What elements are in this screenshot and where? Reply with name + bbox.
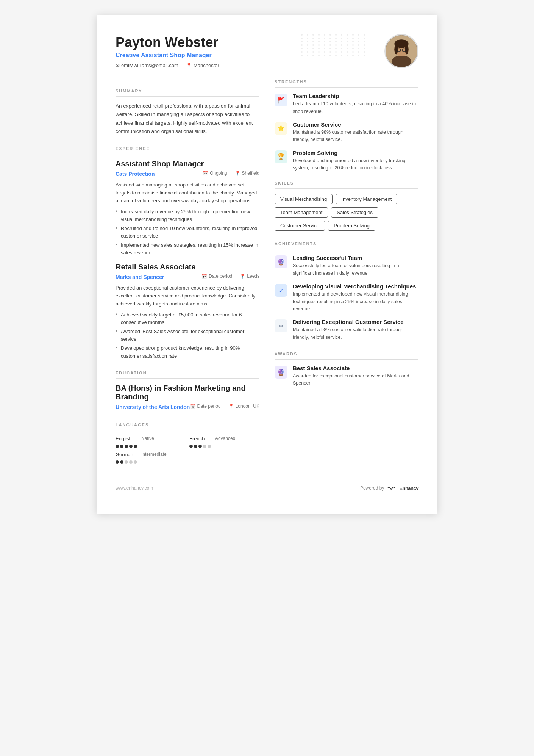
strength-desc: Led a team of 10 volunteers, resulting i… <box>293 100 418 115</box>
language-item: German Intermediate <box>116 452 186 464</box>
strength-desc: Developed and implemented a new inventor… <box>293 157 418 172</box>
strength-title: Problem Solving <box>293 150 418 156</box>
strength-item: ⭐ Customer Service Maintained a 98% cust… <box>275 121 418 144</box>
achievement-item: 🔮 Leading Successful Team Successfully l… <box>275 255 418 277</box>
skill-tag: Team Management <box>275 207 328 218</box>
brand-icon <box>386 485 397 491</box>
calendar-icon: 📅 <box>203 171 208 176</box>
footer-brand: Powered by Enhancv <box>360 485 418 491</box>
location-contact: 📍 Manchester <box>186 63 219 68</box>
lang-dot <box>116 460 119 464</box>
awards-label: AWARDS <box>275 352 418 356</box>
lang-dot <box>134 460 137 464</box>
skill-tag: Inventory Management <box>336 194 397 204</box>
strengths-label: STRENGTHS <box>275 80 418 84</box>
job-2-period: 📅 Date period <box>201 274 232 279</box>
strength-icon: 🏆 <box>275 150 287 163</box>
lang-dot <box>120 445 123 448</box>
svg-point-5 <box>405 44 408 54</box>
education-label: EDUCATION <box>116 371 259 375</box>
strength-content: Problem Solving Developed and implemente… <box>293 150 418 172</box>
education-item: BA (Hons) in Fashion Marketing and Brand… <box>116 384 259 412</box>
job-1-company-row: Cats Protection 📅 Ongoing 📍 Sheffield <box>116 169 259 179</box>
languages-grid: English Native French Advanced German In… <box>116 436 259 464</box>
lang-name: French <box>189 436 212 441</box>
job-1-location: 📍 Sheffield <box>235 171 259 176</box>
summary-divider <box>116 96 259 97</box>
profile-photo <box>384 34 418 68</box>
lang-dot <box>198 445 202 448</box>
bullet-item: Awarded 'Best Sales Associate' for excep… <box>116 328 259 343</box>
achievement-title: Leading Successful Team <box>293 255 418 261</box>
lang-dots <box>189 445 211 448</box>
job-1-title: Assistant Shop Manager <box>116 160 259 168</box>
award-item: 🔮 Best Sales Associate Awarded for excep… <box>275 365 418 387</box>
edu-meta: 📅 Date period 📍 London, UK <box>190 404 259 409</box>
lang-dots <box>116 460 137 464</box>
skill-tag: Problem Solving <box>328 221 375 231</box>
lang-dot <box>125 460 128 464</box>
achievement-content: Developing Visual Merchandising Techniqu… <box>293 283 418 313</box>
decorative-dots <box>301 34 377 80</box>
achievements-list: 🔮 Leading Successful Team Successfully l… <box>275 255 418 341</box>
job-1-bullets: Increased daily revenue by 25% through i… <box>116 208 259 257</box>
lang-dot <box>189 445 193 448</box>
right-column: STRENGTHS 🚩 Team Leadership Led a team o… <box>275 80 418 464</box>
job-2: Retail Sales Associate Marks and Spencer… <box>116 263 259 360</box>
achievement-content: Leading Successful Team Successfully led… <box>293 255 418 277</box>
pin-icon: 📍 <box>235 171 240 176</box>
lang-dot <box>134 445 137 448</box>
experience-label: EXPERIENCE <box>116 146 259 151</box>
summary-text: An experienced retail professional with … <box>116 102 259 136</box>
strength-title: Team Leadership <box>293 93 418 99</box>
job-1-meta: 📅 Ongoing 📍 Sheffield <box>203 171 259 176</box>
skill-tag: Sales Strategies <box>331 207 378 218</box>
left-column: SUMMARY An experienced retail profession… <box>116 80 259 464</box>
strength-item: 🏆 Problem Solving Developed and implemen… <box>275 150 418 172</box>
language-item: French Advanced <box>189 436 259 448</box>
achievement-desc: Maintained a 98% customer satisfaction r… <box>293 326 418 341</box>
awards-list: 🔮 Best Sales Associate Awarded for excep… <box>275 365 418 387</box>
location-icon: 📍 <box>186 63 192 68</box>
job-2-desc: Provided an exceptional customer experie… <box>116 284 259 308</box>
brand-name: Enhancv <box>399 485 418 491</box>
job-2-bullets: Achieved weekly target of £5,000 in sale… <box>116 311 259 360</box>
achievement-item: ✓ Developing Visual Merchandising Techni… <box>275 283 418 313</box>
skills-label: SKILLS <box>275 181 418 185</box>
pin-icon-3: 📍 <box>228 404 234 409</box>
award-content: Best Sales Associate Awarded for excepti… <box>293 365 418 387</box>
skill-tag: Visual Merchandising <box>275 194 333 204</box>
languages-divider <box>116 430 259 430</box>
achievement-desc: Successfully led a team of volunteers re… <box>293 262 418 277</box>
achievements-divider <box>275 249 418 249</box>
resume-footer: www.enhancv.com Powered by Enhancv <box>116 479 418 491</box>
edu-degree: BA (Hons) in Fashion Marketing and Brand… <box>116 384 259 401</box>
bullet-item: Implemented new sales strategies, result… <box>116 241 259 257</box>
lang-name: English <box>116 436 138 441</box>
awards-divider <box>275 359 418 360</box>
edu-location: 📍 London, UK <box>228 404 259 409</box>
summary-label: SUMMARY <box>116 89 259 93</box>
bullet-item: Achieved weekly target of £5,000 in sale… <box>116 311 259 326</box>
award-desc: Awarded for exceptional customer service… <box>293 373 418 387</box>
achievement-content: Delivering Exceptional Customer Service … <box>293 319 418 341</box>
lang-dot <box>194 445 197 448</box>
job-2-company: Marks and Spencer <box>116 274 164 280</box>
lang-dot <box>203 445 206 448</box>
achievement-icon: 🔮 <box>275 255 287 268</box>
job-2-location: 📍 Leeds <box>240 274 259 279</box>
svg-point-1 <box>392 55 411 68</box>
achievement-item: ✏ Delivering Exceptional Customer Servic… <box>275 319 418 341</box>
lang-level: Intermediate <box>141 452 168 457</box>
strength-item: 🚩 Team Leadership Led a team of 10 volun… <box>275 93 418 115</box>
lang-dots <box>116 445 137 448</box>
edu-period: 📅 Date period <box>190 404 221 409</box>
footer-website: www.enhancv.com <box>116 485 153 491</box>
calendar-icon-3: 📅 <box>190 404 196 409</box>
lang-dot <box>125 445 128 448</box>
achievements-label: ACHIEVEMENTS <box>275 241 418 246</box>
job-1-period: 📅 Ongoing <box>203 171 227 176</box>
skills-list: Visual MerchandisingInventory Management… <box>275 194 418 231</box>
strength-content: Team Leadership Led a team of 10 volunte… <box>293 93 418 115</box>
languages-label: LANGUAGES <box>116 423 259 427</box>
